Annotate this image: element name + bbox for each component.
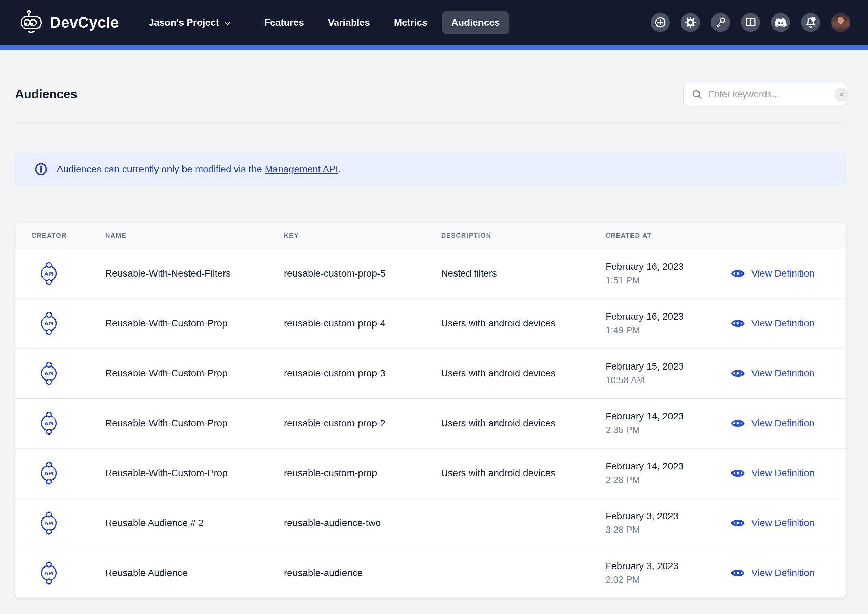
accent-bar xyxy=(0,45,868,50)
key-cell: reusable-custom-prop-5 xyxy=(284,249,441,298)
actions-cell: View Definition xyxy=(730,398,846,448)
audience-name: Reusable-With-Custom-Prop xyxy=(105,468,228,478)
column-header-creator: Creator xyxy=(15,222,105,249)
column-header-created-at: Created at xyxy=(606,222,730,249)
user-avatar[interactable] xyxy=(831,13,850,32)
actions-cell: View Definition xyxy=(730,548,846,598)
api-creator-icon: API xyxy=(40,261,58,286)
banner-message: Audiences can currently only be modified… xyxy=(57,164,341,175)
name-cell: Reusable-With-Custom-Prop xyxy=(105,298,284,348)
nav-item-metrics[interactable]: Metrics xyxy=(385,11,437,34)
audience-name: Reusable-With-Nested-Filters xyxy=(105,268,231,278)
api-creator-icon: API xyxy=(40,461,58,485)
nav-item-features[interactable]: Features xyxy=(255,11,313,34)
creator-cell: API xyxy=(15,498,105,548)
brand[interactable]: DevCycle xyxy=(19,9,119,36)
name-cell: Reusable-With-Custom-Prop xyxy=(105,448,284,498)
clear-search-button[interactable] xyxy=(834,87,848,101)
close-icon xyxy=(839,92,844,97)
api-creator-icon: API xyxy=(40,511,58,535)
key-cell: reusable-custom-prop-3 xyxy=(284,348,441,398)
audience-name: Reusable-With-Custom-Prop xyxy=(105,368,228,378)
key-cell: reusable-audience-two xyxy=(284,498,441,548)
description-cell: Users with android devices xyxy=(441,298,606,348)
created-time: 2:35 PM xyxy=(606,424,730,436)
eye-icon xyxy=(730,416,745,431)
view-definition-label: View Definition xyxy=(752,518,815,529)
docs-button[interactable] xyxy=(741,13,760,32)
svg-text:API: API xyxy=(45,271,53,277)
audience-key: reusable-custom-prop-4 xyxy=(284,318,386,328)
api-creator-icon: API xyxy=(40,311,58,336)
banner-text-suffix: . xyxy=(338,164,341,174)
created-time: 1:51 PM xyxy=(606,275,730,286)
bell-icon xyxy=(805,16,817,28)
search-icon xyxy=(691,89,702,100)
header-divider xyxy=(15,123,846,123)
view-definition-button[interactable]: View Definition xyxy=(730,516,846,531)
audiences-table-card: Creator Name Key Description Created at xyxy=(15,222,846,598)
navbar-actions xyxy=(651,13,850,32)
settings-button[interactable] xyxy=(681,13,700,32)
created-date: February 15, 2023 xyxy=(606,360,730,372)
svg-text:API: API xyxy=(45,570,53,576)
project-selector[interactable]: Jason's Project xyxy=(140,11,241,34)
nav-item-audiences[interactable]: Audiences xyxy=(442,11,509,34)
eye-icon xyxy=(730,316,745,331)
created-date: February 3, 2023 xyxy=(606,510,730,522)
description-cell: Users with android devices xyxy=(441,448,606,498)
page-title: Audiences xyxy=(15,87,77,101)
view-definition-label: View Definition xyxy=(752,368,815,379)
view-definition-label: View Definition xyxy=(752,268,815,279)
created-time: 10:58 AM xyxy=(606,375,730,386)
plus-circle-icon xyxy=(654,16,666,28)
audience-name: Reusable Audience # 2 xyxy=(105,518,204,528)
notification-badge xyxy=(811,17,815,22)
management-api-link[interactable]: Management API xyxy=(265,164,338,174)
app-root: DevCycle Jason's Project Features Variab… xyxy=(0,0,868,614)
audience-key: reusable-custom-prop xyxy=(284,468,377,478)
view-definition-label: View Definition xyxy=(752,567,815,578)
created-at-cell: February 14, 2023 2:35 PM xyxy=(606,398,730,448)
view-definition-button[interactable]: View Definition xyxy=(730,466,846,481)
view-definition-button[interactable]: View Definition xyxy=(730,266,846,281)
svg-text:API: API xyxy=(45,470,53,476)
column-header-actions xyxy=(730,222,846,249)
discord-button[interactable] xyxy=(771,13,790,32)
nav-item-variables[interactable]: Variables xyxy=(319,11,379,34)
created-time: 2:02 PM xyxy=(606,574,730,586)
column-header-description: Description xyxy=(441,222,606,249)
api-creator-icon: API xyxy=(40,411,58,435)
creator-cell: API xyxy=(15,398,105,448)
svg-text:API: API xyxy=(45,520,53,526)
info-icon xyxy=(34,162,48,176)
search-input[interactable] xyxy=(702,89,834,100)
created-at-cell: February 3, 2023 3:28 PM xyxy=(606,498,730,548)
view-definition-button[interactable]: View Definition xyxy=(730,566,846,580)
api-keys-button[interactable] xyxy=(711,13,730,32)
column-header-name: Name xyxy=(105,222,284,249)
view-definition-button[interactable]: View Definition xyxy=(730,366,846,381)
actions-cell: View Definition xyxy=(730,348,846,398)
create-button[interactable] xyxy=(651,13,670,32)
creator-cell: API xyxy=(15,298,105,348)
created-at-cell: February 14, 2023 2:28 PM xyxy=(606,448,730,498)
key-cell: reusable-custom-prop xyxy=(284,448,441,498)
audience-description: Users with android devices xyxy=(441,318,555,328)
view-definition-button[interactable]: View Definition xyxy=(730,316,846,331)
audience-description: Nested filters xyxy=(441,268,496,278)
info-banner: Audiences can currently only be modified… xyxy=(15,153,846,186)
table-row: API Reusable Audience reusable-audience … xyxy=(15,548,846,598)
api-creator-icon: API xyxy=(40,561,58,585)
key-cell: reusable-audience xyxy=(284,548,441,598)
svg-text:API: API xyxy=(45,421,53,426)
actions-cell: View Definition xyxy=(730,298,846,348)
view-definition-button[interactable]: View Definition xyxy=(730,416,846,431)
audience-key: reusable-custom-prop-2 xyxy=(284,418,386,428)
notifications-button[interactable] xyxy=(801,13,820,32)
creator-cell: API xyxy=(15,348,105,398)
svg-text:API: API xyxy=(45,371,53,376)
created-date: February 16, 2023 xyxy=(606,311,730,322)
audience-key: reusable-audience xyxy=(284,567,363,578)
project-selector-label: Jason's Project xyxy=(149,11,219,34)
